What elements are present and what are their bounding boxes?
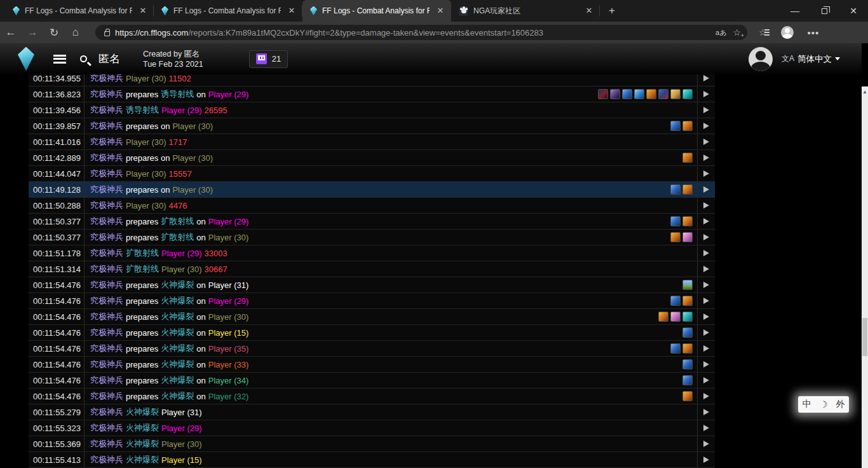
buff-icon-bluered[interactable] <box>658 89 668 99</box>
table-row[interactable]: 00:11:54.476究极神兵prepares火神爆裂onPlayer (15… <box>29 325 715 341</box>
event-text-segment-npc[interactable]: 究极神兵 <box>90 295 123 306</box>
event-text-segment-npc[interactable]: 究极神兵 <box>90 327 123 338</box>
table-row[interactable]: 00:11:50.288究极神兵Player (30)4476 <box>29 198 715 214</box>
event-text-segment-ab[interactable]: 扩散射线 <box>126 247 159 259</box>
buff-icon-moon[interactable] <box>622 89 632 99</box>
expand-row-button[interactable] <box>697 277 715 292</box>
event-text-segment-ab[interactable]: 火神爆裂 <box>126 454 159 465</box>
event-text-segment-p30[interactable]: Player (30) <box>126 169 166 179</box>
event-text-segment-npc[interactable]: 究极神兵 <box>90 120 123 132</box>
event-text-segment-npc[interactable]: 究极神兵 <box>90 136 123 148</box>
event-text-segment-p30[interactable]: Player (30) <box>126 201 166 210</box>
buff-icon-landscape[interactable] <box>682 280 693 290</box>
expand-row-button[interactable] <box>697 357 715 372</box>
user-avatar[interactable] <box>749 47 773 71</box>
expand-row-button[interactable] <box>697 198 715 213</box>
event-text-segment-npc[interactable]: 究极神兵 <box>90 88 123 100</box>
event-text-segment-p15[interactable]: Player (15) <box>161 455 202 465</box>
event-text-segment-npc[interactable]: 究极神兵 <box>90 311 123 322</box>
expand-row-button[interactable] <box>697 436 715 451</box>
url-text[interactable]: https://cn.fflogs.com/reports/a:K7m89a1t… <box>115 28 709 38</box>
buff-icon-orange[interactable] <box>682 153 693 163</box>
table-row[interactable]: 00:11:50.377究极神兵prepares扩散射线onPlayer (30… <box>29 230 715 245</box>
table-row[interactable]: 00:11:54.476究极神兵prepares火神爆裂onPlayer (30… <box>29 309 715 325</box>
event-text-segment-p30[interactable]: Player (30) <box>172 121 213 131</box>
expand-row-button[interactable] <box>697 420 715 436</box>
tab-close-icon[interactable]: ✕ <box>286 5 297 17</box>
buff-icon-wave[interactable] <box>634 89 644 99</box>
address-bar[interactable]: https://cn.fflogs.com/reports/a:K7m89a1t… <box>95 25 747 40</box>
expand-row-button[interactable] <box>697 74 715 86</box>
buff-icon-pink[interactable] <box>682 232 693 242</box>
event-text-segment-p30[interactable]: Player (30) <box>161 265 202 274</box>
expand-row-button[interactable] <box>697 102 715 118</box>
event-text-segment-ab[interactable]: 扩散射线 <box>161 231 194 243</box>
buff-icon-teal[interactable] <box>682 312 693 322</box>
language-selector[interactable]: 文A 简体中文 <box>782 53 840 65</box>
event-text-segment-ab[interactable]: 火神爆裂 <box>161 311 194 322</box>
event-text-segment-npc[interactable]: 究极神兵 <box>90 152 123 163</box>
expand-row-button[interactable] <box>697 325 715 340</box>
tab-close-icon[interactable]: ✕ <box>583 5 595 17</box>
event-text-segment-p34[interactable]: Player (34) <box>208 376 249 385</box>
table-row[interactable]: 00:11:55.369究极神兵火神爆裂Player (30) <box>29 436 715 452</box>
event-text-segment-p29[interactable]: Player (29) <box>161 249 202 258</box>
table-row[interactable]: 00:11:54.476究极神兵prepares火神爆裂onPlayer (31… <box>29 277 715 293</box>
buff-icon-moon[interactable] <box>682 359 693 369</box>
buff-icon-darkred[interactable] <box>598 89 608 99</box>
event-text-segment-ab[interactable]: 火神爆裂 <box>126 422 159 434</box>
buff-icon-teal[interactable] <box>682 89 693 99</box>
event-text-segment-ab[interactable]: 火神爆裂 <box>161 359 194 370</box>
event-text-segment-npc[interactable]: 究极神兵 <box>90 168 123 179</box>
event-text-segment-npc[interactable]: 究极神兵 <box>90 279 123 291</box>
new-tab-button[interactable]: + <box>602 0 621 22</box>
event-text-segment-npc[interactable]: 究极神兵 <box>90 200 123 211</box>
expand-row-button[interactable] <box>697 452 715 467</box>
expand-row-button[interactable] <box>697 261 715 277</box>
browser-tab-4[interactable]: NGA玩家社区✕ <box>451 0 600 22</box>
buff-icon-moon[interactable] <box>670 121 681 131</box>
browser-tab-1[interactable]: FF Logs - Combat Analysis for FF✕ <box>5 0 154 22</box>
event-text-segment-ab[interactable]: 火神爆裂 <box>161 279 194 291</box>
buff-icon-moon[interactable] <box>682 375 693 385</box>
table-row[interactable]: 00:11:36.823究极神兵prepares诱导射线onPlayer (29… <box>29 86 715 102</box>
buff-icon-moon[interactable] <box>682 327 693 338</box>
table-row[interactable]: 00:11:34.955究极神兵Player (30)11502 <box>29 74 715 86</box>
forward-button[interactable]: → <box>22 26 43 39</box>
event-text-segment-p29[interactable]: Player (29) <box>161 423 202 433</box>
event-text-segment-ab[interactable]: 火神爆裂 <box>126 438 159 450</box>
expand-row-button[interactable] <box>697 182 715 197</box>
menu-icon[interactable] <box>53 55 66 64</box>
event-text-segment-ab[interactable]: 火神爆裂 <box>126 406 159 418</box>
event-text-segment-p29[interactable]: Player (29) <box>208 90 249 99</box>
expand-row-button[interactable] <box>697 245 715 261</box>
browser-tab-2[interactable]: FF Logs - Combat Analysis for FF✕ <box>154 0 302 22</box>
event-text-segment-p30[interactable]: Player (30) <box>208 312 249 322</box>
event-text-segment-ab[interactable]: 火神爆裂 <box>161 343 194 354</box>
buff-icon-orange[interactable] <box>658 312 668 322</box>
report-owner-link[interactable]: 匿名 <box>98 52 120 66</box>
table-row[interactable]: 00:11:51.314究极神兵扩散射线Player (30)30667 <box>29 261 715 277</box>
buff-icon-gold[interactable] <box>670 89 681 99</box>
event-text-segment-p29[interactable]: Player (29) <box>161 106 202 115</box>
buff-icon-orange[interactable] <box>646 89 656 99</box>
event-text-segment-p31[interactable]: Player (31) <box>161 408 202 417</box>
event-text-segment-p15[interactable]: Player (15) <box>208 328 249 338</box>
event-text-segment-p30[interactable]: Player (30) <box>172 185 213 195</box>
expand-row-button[interactable] <box>697 341 715 356</box>
scroll-up-icon[interactable]: ▲ <box>862 88 868 97</box>
event-text-segment-npc[interactable]: 究极神兵 <box>90 184 123 195</box>
expand-row-button[interactable] <box>697 134 715 149</box>
refresh-button[interactable]: ↻ <box>43 26 65 39</box>
event-text-segment-ab[interactable]: 火神爆裂 <box>161 390 194 402</box>
table-row[interactable]: 00:11:39.857究极神兵prepares onPlayer (30) <box>29 118 715 134</box>
table-row[interactable]: 00:11:54.476究极神兵prepares火神爆裂onPlayer (33… <box>29 357 715 373</box>
expand-row-button[interactable] <box>697 309 715 324</box>
table-row[interactable]: 00:11:54.476究极神兵prepares火神爆裂onPlayer (34… <box>29 373 715 389</box>
expand-row-button[interactable] <box>697 118 715 134</box>
event-text-segment-ab[interactable]: 火神爆裂 <box>161 327 194 338</box>
event-text-segment-p30[interactable]: Player (30) <box>172 153 213 163</box>
translate-icon[interactable]: aあ <box>715 28 726 38</box>
buff-icon-moon[interactable] <box>670 296 681 306</box>
table-row[interactable]: 00:11:54.476究极神兵prepares火神爆裂onPlayer (29… <box>29 293 715 309</box>
